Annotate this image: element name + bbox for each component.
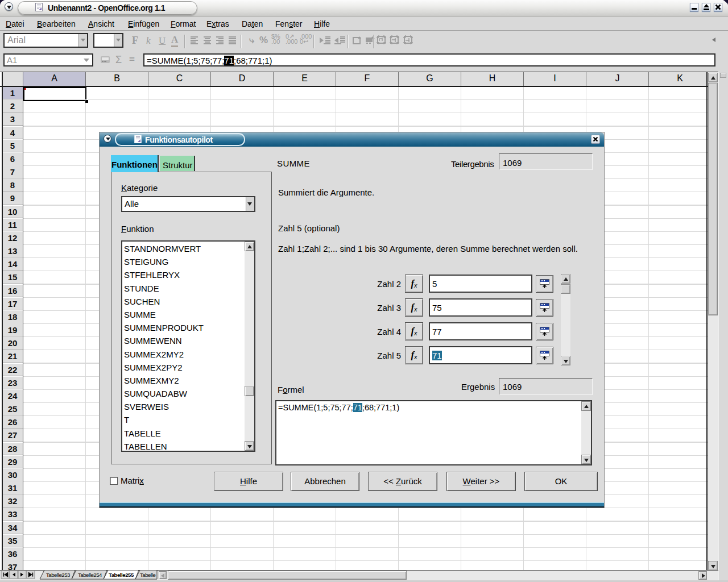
svg-text:Tabelle255: Tabelle255: [109, 572, 134, 578]
svg-text:Tabelle254: Tabelle254: [78, 572, 102, 578]
svg-text:Tabelle: Tabelle: [140, 572, 155, 578]
svg-text:Tabelle253: Tabelle253: [46, 572, 70, 578]
